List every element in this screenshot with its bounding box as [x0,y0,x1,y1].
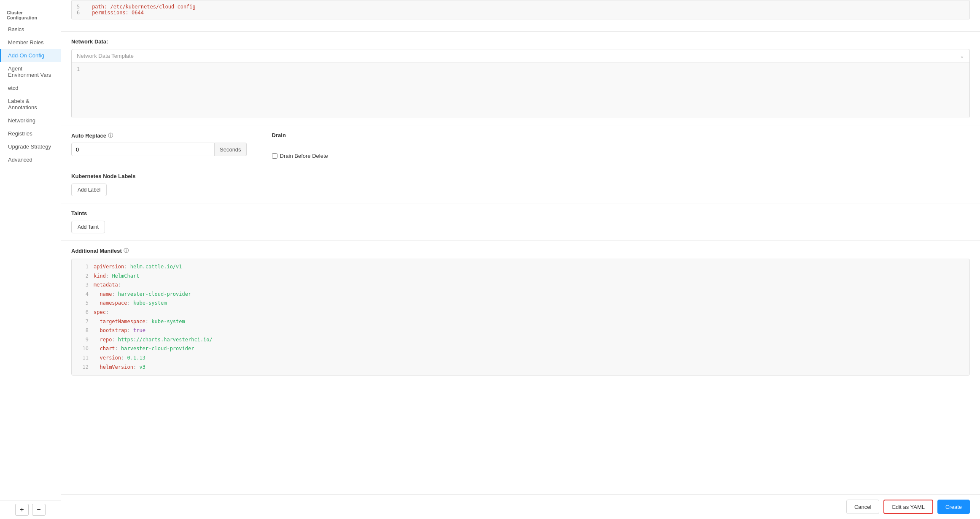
auto-replace-group: Auto Replace ⓘ Seconds [71,132,247,159]
manifest-editor[interactable]: 1 apiVersion: helm.cattle.io/v1 2 kind: … [71,259,970,376]
auto-replace-label: Auto Replace ⓘ [71,132,247,139]
drain-label: Drain [272,132,328,138]
manifest-line-4: 4 name: harvester-cloud-provider [75,290,966,299]
create-button[interactable]: Create [937,500,970,514]
code-line-5: 5 path: /etc/kubernetes/cloud-config [77,4,964,10]
sidebar-item-registries[interactable]: Registries [0,127,61,140]
sidebar-item-labels-annotations[interactable]: Labels & Annotations [0,95,61,114]
chevron-down-icon: ⌄ [960,53,964,59]
add-button[interactable]: + [15,504,29,516]
auto-replace-info-icon: ⓘ [108,132,113,139]
drain-before-delete-label: Drain Before Delete [280,153,328,159]
drain-before-delete-checkbox[interactable] [272,153,277,159]
network-data-section: Network Data: Network Data Template ⌄ 1 [61,32,980,125]
sidebar-actions: + − [0,500,61,519]
code-preview: 5 path: /etc/kubernetes/cloud-config 6 p… [71,0,970,19]
top-code-section: 5 path: /etc/kubernetes/cloud-config 6 p… [61,0,980,32]
taints-section: Taints Add Taint [61,203,980,240]
network-data-editor[interactable]: 1 [72,63,969,118]
taints-title: Taints [71,210,970,216]
code-line-6: 6 permissions: 0644 [77,10,964,16]
network-data-template-placeholder: Network Data Template [77,53,134,59]
add-label-button[interactable]: Add Label [71,184,107,196]
sidebar-item-add-on-config[interactable]: Add-On Config [0,49,61,62]
drain-group: Drain Drain Before Delete [272,132,328,159]
sidebar: Cluster Configuration Basics Member Role… [0,0,61,519]
additional-manifest-section: Additional Manifest ⓘ 1 apiVersion: helm… [61,240,980,382]
network-data-template-select[interactable]: Network Data Template ⌄ [72,49,969,63]
manifest-line-5: 5 namespace: kube-system [75,299,966,308]
sidebar-item-networking[interactable]: Networking [0,114,61,127]
auto-replace-suffix: Seconds [215,143,247,156]
network-data-template: Network Data Template ⌄ 1 [71,49,970,118]
sidebar-item-advanced[interactable]: Advanced [0,153,61,166]
auto-replace-input-group: Seconds [71,143,247,156]
manifest-line-11: 11 version: 0.1.13 [75,354,966,363]
manifest-line-7: 7 targetNamespace: kube-system [75,317,966,327]
drain-checkbox-group[interactable]: Drain Before Delete [272,153,328,159]
cancel-button[interactable]: Cancel [846,500,879,514]
sidebar-item-etcd[interactable]: etcd [0,81,61,95]
edit-as-yaml-button[interactable]: Edit as YAML [883,500,933,514]
additional-manifest-info-icon: ⓘ [124,247,129,254]
sidebar-item-basics[interactable]: Basics [0,23,61,36]
sidebar-nav: Cluster Configuration Basics Member Role… [0,3,61,500]
auto-replace-drain-row: Auto Replace ⓘ Seconds Drain Drain Befor… [61,125,980,166]
cluster-config-label: Cluster Configuration [0,5,61,23]
sidebar-item-agent-env-vars[interactable]: Agent Environment Vars [0,62,61,81]
auto-replace-input[interactable] [71,143,215,156]
k8s-labels-title: Kubernetes Node Labels [71,173,970,179]
sidebar-item-member-roles[interactable]: Member Roles [0,36,61,49]
manifest-line-2: 2 kind: HelmChart [75,272,966,281]
manifest-line-12: 12 helmVersion: v3 [75,363,966,372]
network-data-title: Network Data: [71,38,970,45]
footer-bar: Cancel Edit as YAML Create [61,494,980,519]
manifest-line-1: 1 apiVersion: helm.cattle.io/v1 [75,262,966,272]
remove-button[interactable]: − [32,504,46,516]
k8s-labels-section: Kubernetes Node Labels Add Label [61,166,980,203]
additional-manifest-label: Additional Manifest ⓘ [71,247,970,254]
manifest-line-6: 6 spec: [75,308,966,317]
sidebar-item-upgrade-strategy[interactable]: Upgrade Strategy [0,140,61,153]
content-area: 5 path: /etc/kubernetes/cloud-config 6 p… [61,0,980,494]
manifest-line-10: 10 chart: harvester-cloud-provider [75,344,966,354]
manifest-line-9: 9 repo: https://charts.harvesterhci.io/ [75,335,966,345]
manifest-line-8: 8 bootstrap: true [75,326,966,335]
manifest-line-3: 3 metadata: [75,281,966,290]
add-taint-button[interactable]: Add Taint [71,221,105,233]
main-content: 5 path: /etc/kubernetes/cloud-config 6 p… [61,0,980,519]
editor-line-1: 1 [77,66,80,72]
